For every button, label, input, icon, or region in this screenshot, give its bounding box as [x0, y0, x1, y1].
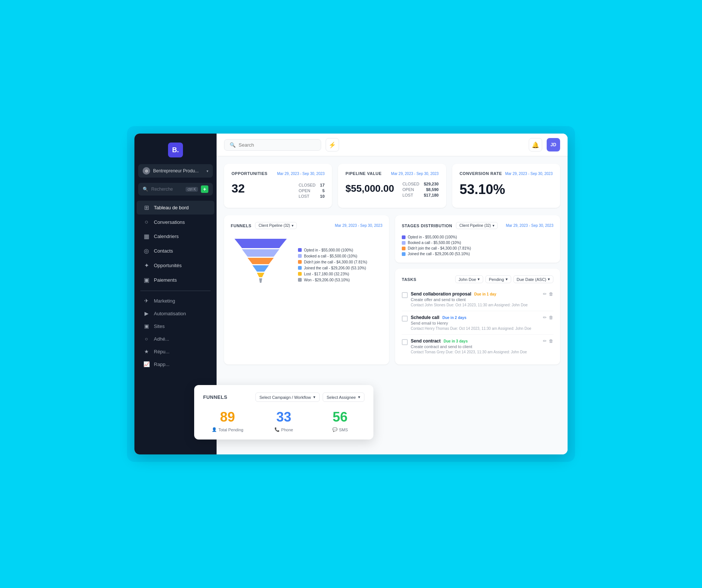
sites-icon: ▣	[143, 323, 150, 329]
chevron-down-icon: ▾	[206, 169, 208, 173]
sidebar-item-label: Paiements	[154, 277, 177, 283]
add-button[interactable]: +	[201, 185, 208, 193]
pending-label: 👤 Total Pending	[203, 427, 252, 432]
svg-marker-3	[252, 265, 269, 272]
sidebar-item-rapports[interactable]: 📈 Rapp...	[137, 358, 214, 370]
task-checkbox[interactable]	[402, 292, 408, 298]
tasks-panel: TASKS John Doe ▾ Pending ▾	[395, 269, 560, 365]
edit-icon[interactable]: ✏	[543, 291, 547, 297]
legend-color	[298, 272, 302, 276]
workspace-icon: ⚙	[143, 167, 150, 175]
conversion-title: CONVERSION RATE	[460, 171, 502, 176]
legend-item: Joined the call - $29,206.00 (53.10%)	[402, 252, 553, 256]
stages-pipeline-dropdown[interactable]: Client Pipeline (32) ▾	[456, 222, 498, 229]
grid-icon: ⊞	[143, 204, 150, 211]
edit-icon[interactable]: ✏	[543, 315, 547, 320]
delete-icon[interactable]: 🗑	[549, 291, 553, 297]
notification-button[interactable]: 🔔	[529, 138, 542, 151]
metric-pending: 89 👤 Total Pending	[203, 409, 252, 432]
task-due-badge: Due in 1 day	[474, 292, 496, 296]
sidebar-item-tableau[interactable]: ⊞ Tableau de bord	[137, 201, 214, 215]
svg-marker-4	[257, 273, 264, 277]
legend-item: Booked a call - $5,500.00 (10%)	[298, 254, 382, 258]
sidebar-item-paiements[interactable]: ▣ Paiements	[137, 273, 214, 287]
second-row: FUNNELS Client Pipeline (32) ▾ Mar 29, 2…	[224, 215, 560, 365]
funnels-panel: FUNNELS Client Pipeline (32) ▾ Mar 29, 2…	[224, 215, 389, 365]
delete-icon[interactable]: 🗑	[549, 338, 553, 344]
sidebar-item-opportunites[interactable]: ✦ Opportunités	[137, 259, 214, 272]
stages-date: Mar 29, 2023 - Sep 30, 2023	[506, 223, 553, 228]
legend-label: Didn't join the call - $4,300.00 (7.81%)	[304, 260, 367, 264]
status-filter[interactable]: Pending ▾	[485, 275, 511, 283]
sidebar-item-calendriers[interactable]: ▦ Calendriers	[137, 229, 214, 243]
automation-icon: ▶	[143, 310, 150, 316]
opportunities-title: OPPORTUNITIES	[232, 171, 267, 176]
assignee-dropdown[interactable]: Select Assignee ▾	[323, 392, 364, 402]
closed-label: CLOSED	[299, 183, 316, 187]
task-actions: ✏ 🗑	[543, 291, 553, 297]
sidebar-item-label: Automatisation	[154, 311, 186, 316]
user-avatar[interactable]: JD	[547, 138, 560, 151]
legend-item: Lost - $17,180.00 (32.23%)	[298, 272, 382, 276]
workspace-name: Bentrepreneur Produ...	[153, 168, 204, 173]
task-checkbox[interactable]	[402, 339, 408, 345]
task-item: Send collaboration proposal Due in 1 day…	[402, 288, 553, 311]
campaign-workflow-dropdown[interactable]: Select Campaign / Workflow ▾	[255, 392, 320, 402]
search-shortcut-badge: ctrl K	[186, 187, 198, 192]
reports-icon: 📈	[143, 361, 150, 367]
sidebar-item-label: Contacts	[154, 248, 173, 254]
task-meta: Contact John Stones Due: Oct 14 2023, 11…	[411, 303, 540, 307]
funnel-chart	[231, 235, 291, 295]
pipeline-value: $55,000.00	[345, 183, 394, 194]
sidebar-item-reputation[interactable]: ★ Répu...	[137, 345, 214, 357]
sidebar-item-sites[interactable]: ▣ Sites	[137, 320, 214, 332]
tasks-controls: John Doe ▾ Pending ▾ Due Date (ASC)	[455, 275, 553, 283]
delete-icon[interactable]: 🗑	[549, 315, 553, 320]
sidebar-divider	[140, 291, 211, 291]
lightning-icon: ⚡	[329, 141, 336, 148]
svg-marker-0	[234, 239, 287, 248]
search-bar[interactable]: 🔍	[224, 139, 321, 151]
task-meta: Contact Henry Thomas Due: Oct 14 2023, 1…	[411, 326, 540, 331]
stat-cards-row: OPPORTUNITIES Mar 29, 2023 - Sep 30, 202…	[224, 164, 560, 208]
assignee-filter[interactable]: John Doe ▾	[455, 275, 483, 283]
sidebar-item-conversations[interactable]: ○ Conversations	[137, 215, 214, 229]
task-name: Send contract	[411, 338, 441, 344]
sort-filter[interactable]: Due Date (ASC) ▾	[513, 275, 553, 283]
legend-label: Won - $29,206.00 (53.10%)	[304, 278, 350, 282]
edit-icon[interactable]: ✏	[543, 338, 547, 344]
status-filter-label: Pending	[489, 277, 504, 282]
payments-icon: ▣	[143, 276, 150, 284]
lost-label: LOST	[299, 194, 310, 198]
search-input[interactable]	[239, 142, 316, 148]
legend-item: Didn't join the call - $4,300.00 (7.81%)	[402, 246, 553, 250]
lightning-button[interactable]: ⚡	[326, 138, 339, 151]
sidebar-search-placeholder: Recherche	[151, 187, 183, 192]
sidebar-item-contacts[interactable]: ◎ Contacts	[137, 244, 214, 258]
sidebar-search[interactable]: 🔍 Recherche ctrl K +	[138, 183, 213, 196]
sidebar-item-label: Calendriers	[154, 234, 178, 239]
sidebar-item-automatisation[interactable]: ▶ Automatisation	[137, 307, 214, 319]
funnels-title: FUNNELS	[231, 223, 251, 228]
sort-filter-label: Due Date (ASC)	[517, 277, 546, 282]
chevron-down-icon: ▾	[493, 223, 494, 228]
task-actions: ✏ 🗑	[543, 338, 553, 344]
task-checkbox[interactable]	[402, 316, 408, 322]
sms-label: 💬 SMS	[316, 427, 364, 432]
opportunities-date: Mar 29, 2023 - Sep 30, 2023	[277, 172, 324, 176]
tasks-header: TASKS John Doe ▾ Pending ▾	[402, 275, 553, 283]
sidebar-item-marketing[interactable]: ✈ Marketing	[137, 295, 214, 307]
sidebar-item-label: Conversations	[154, 219, 185, 225]
opportunities-card: OPPORTUNITIES Mar 29, 2023 - Sep 30, 202…	[224, 164, 332, 208]
funnels-pipeline-dropdown[interactable]: Client Pipeline (32) ▾	[255, 222, 297, 229]
overlay-metrics: 89 👤 Total Pending 33 📞 Phone 56 💬 SMS	[203, 409, 364, 432]
workspace-selector[interactable]: ⚙ Bentrepreneur Produ... ▾	[138, 164, 213, 178]
opportunities-icon: ✦	[143, 262, 150, 269]
sidebar-item-adhesion[interactable]: ○ Adhé...	[137, 333, 214, 345]
overlay-funnels-card: FUNNELS Select Campaign / Workflow ▾ Sel…	[194, 385, 373, 440]
sidebar-item-label: Adhé...	[154, 336, 169, 342]
legend-color	[402, 235, 406, 239]
legend-color	[298, 266, 302, 270]
metric-phone: 33 📞 Phone	[260, 409, 308, 432]
legend-item: Didn't join the call - $4,300.00 (7.81%)	[298, 260, 382, 264]
